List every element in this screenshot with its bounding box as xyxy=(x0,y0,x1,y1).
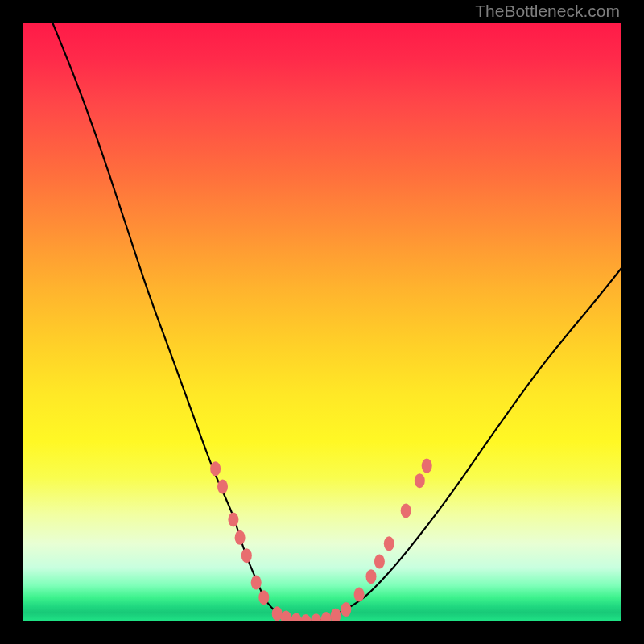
highlight-dot xyxy=(291,613,302,622)
highlight-dot xyxy=(401,503,411,518)
watermark-text: TheBottleneck.com xyxy=(475,2,620,21)
highlight-dots xyxy=(210,459,432,621)
highlight-dot xyxy=(300,614,311,621)
highlight-dot xyxy=(311,613,321,621)
highlight-dot xyxy=(242,548,252,563)
highlight-dot xyxy=(228,513,238,527)
highlight-dot xyxy=(281,611,291,622)
highlight-dot xyxy=(415,473,425,488)
highlight-dot xyxy=(258,590,269,605)
highlight-dot xyxy=(235,530,246,545)
highlight-dot xyxy=(422,459,432,473)
plot-area xyxy=(23,23,621,621)
highlight-dot xyxy=(354,588,365,602)
bottleneck-curve xyxy=(52,23,621,621)
highlight-dot xyxy=(384,536,394,551)
highlight-dot xyxy=(251,576,262,590)
highlight-dot xyxy=(331,609,341,621)
highlight-dot xyxy=(374,555,385,569)
highlight-dot xyxy=(341,602,351,617)
curve-path-group xyxy=(52,23,621,621)
chart-frame: TheBottleneck.com xyxy=(0,0,644,644)
highlight-dot xyxy=(210,461,221,476)
highlight-dot xyxy=(321,612,332,621)
highlight-dot xyxy=(366,569,377,584)
curve-layer xyxy=(23,23,621,621)
highlight-dot xyxy=(272,606,283,621)
highlight-dot xyxy=(217,480,228,494)
